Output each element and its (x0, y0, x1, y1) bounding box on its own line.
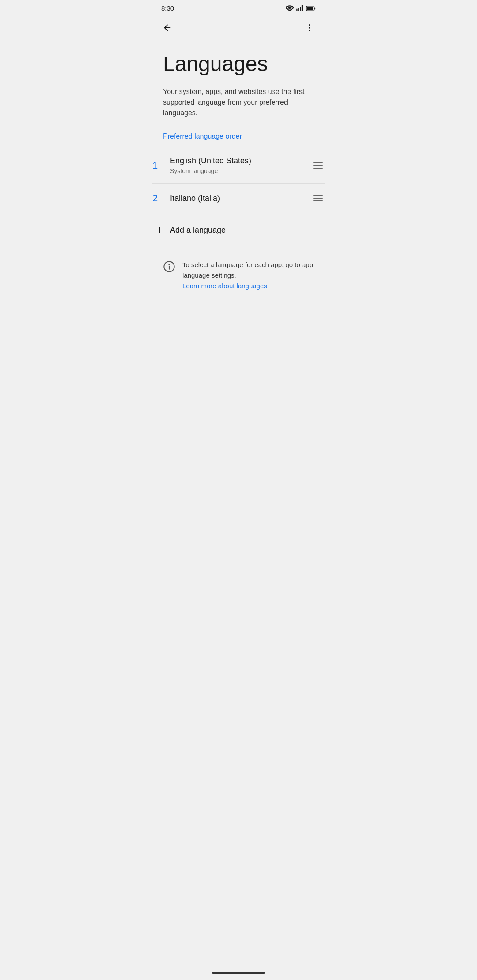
language-item-1[interactable]: 1 English (United States) System languag… (152, 147, 325, 184)
language-subtitle-1: System language (170, 167, 311, 174)
add-icon (152, 223, 167, 237)
drag-handle-1[interactable] (311, 161, 325, 170)
drag-handle-2[interactable] (311, 193, 325, 203)
wifi-icon (286, 5, 294, 11)
info-section: To select a language for each app, go to… (152, 247, 325, 302)
preferred-language-order-header[interactable]: Preferred language order (163, 132, 314, 140)
toolbar (152, 15, 325, 41)
language-number-2: 2 (152, 192, 167, 204)
language-name-1: English (United States) (170, 156, 311, 166)
info-text: To select a language for each app, go to… (182, 260, 314, 291)
status-icons (286, 5, 316, 11)
add-language-button[interactable]: Add a language (152, 213, 325, 247)
add-language-label: Add a language (167, 226, 226, 235)
svg-point-8 (309, 27, 310, 28)
drag-handle-line (313, 195, 323, 196)
more-options-button[interactable] (300, 18, 319, 38)
svg-rect-6 (307, 7, 313, 10)
svg-rect-5 (314, 7, 315, 9)
language-list: 1 English (United States) System languag… (152, 147, 325, 247)
page-description: Your system, apps, and websites use the … (163, 87, 314, 118)
signal-icon (296, 5, 303, 11)
svg-point-9 (309, 30, 310, 31)
svg-rect-1 (298, 8, 299, 11)
svg-point-7 (309, 24, 310, 26)
drag-handle-line (313, 198, 323, 199)
back-button[interactable] (158, 18, 177, 38)
language-info-2: Italiano (Italia) (167, 194, 311, 203)
drag-handle-line (313, 165, 323, 166)
language-number-1: 1 (152, 160, 167, 171)
status-time: 8:30 (161, 4, 174, 12)
language-item-2[interactable]: 2 Italiano (Italia) (152, 184, 325, 213)
drag-handle-line (313, 200, 323, 201)
svg-rect-2 (300, 7, 301, 11)
svg-rect-3 (302, 5, 303, 11)
main-content: Languages Your system, apps, and website… (152, 41, 325, 140)
drag-handle-line (313, 168, 323, 169)
info-icon (163, 260, 175, 273)
language-info-1: English (United States) System language (167, 156, 311, 174)
learn-more-link[interactable]: Learn more about languages (182, 282, 267, 290)
svg-rect-0 (296, 8, 297, 11)
status-bar: 8:30 (152, 0, 325, 15)
battery-icon (306, 6, 316, 11)
back-arrow-icon (163, 23, 172, 33)
page-title: Languages (163, 52, 314, 76)
drag-handle-line (313, 162, 323, 163)
language-name-2: Italiano (Italia) (170, 194, 311, 203)
more-vert-icon (305, 23, 314, 33)
